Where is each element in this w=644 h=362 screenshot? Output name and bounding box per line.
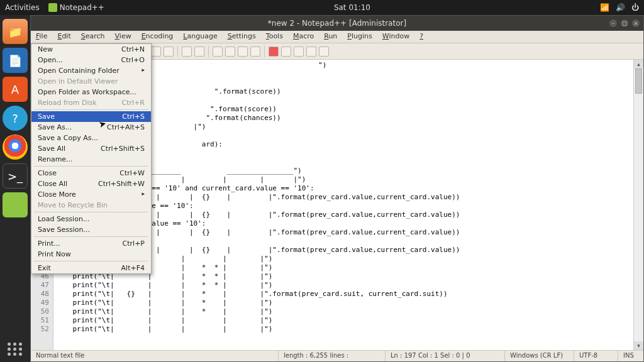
menu-item-save-session[interactable]: Save Session... — [31, 224, 151, 235]
menu-edit[interactable]: Edit — [52, 31, 75, 43]
status-eol[interactable]: Windows (CR LF) — [505, 351, 574, 361]
menu-item-open[interactable]: Open...Ctrl+O — [31, 55, 151, 65]
active-app-indicator[interactable]: Notepad++ — [48, 3, 104, 12]
menu-window[interactable]: Window — [377, 31, 414, 43]
menu-item-close-more[interactable]: Close More▸ — [31, 189, 151, 200]
menu-item-rename[interactable]: Rename... — [31, 154, 151, 165]
submenu-arrow-icon: ▸ — [142, 67, 145, 75]
tb-play[interactable] — [281, 47, 291, 57]
menu-item-open-folder-as-workspace[interactable]: Open Folder as Workspace... — [31, 87, 151, 97]
scroll-down-icon[interactable]: ▾ — [634, 341, 643, 350]
status-insert-mode[interactable]: INS — [618, 351, 643, 361]
file-menu-dropdown: NewCtrl+NOpen...Ctrl+OOpen Containing Fo… — [31, 43, 152, 274]
menu-item-label: Save Session... — [38, 226, 90, 234]
dock-document[interactable]: 📄 — [3, 48, 28, 73]
tb-replace[interactable] — [164, 47, 174, 57]
menu-run[interactable]: Run — [319, 31, 342, 43]
menu-item-reload-from-disk: Reload from DiskCtrl+R — [31, 97, 151, 108]
menu-item-save-all[interactable]: Save AllCtrl+Shift+S — [31, 143, 151, 154]
dock-software[interactable]: A — [3, 77, 28, 102]
menu-item-label: New — [38, 45, 53, 53]
scroll-up-icon[interactable]: ▴ — [634, 60, 643, 69]
window-title: *new 2 - Notepad++ [Administrator] — [268, 19, 406, 28]
menu-item-label: Save — [38, 112, 55, 121]
menu-item-label: Close — [38, 169, 57, 177]
menu-help[interactable]: ? — [414, 31, 428, 43]
menu-item-accel: Alt+F4 — [121, 264, 145, 272]
tb-fold[interactable] — [250, 47, 260, 57]
clock[interactable]: Sat 01:10 — [104, 3, 600, 12]
dock-help[interactable]: ? — [3, 106, 28, 131]
window-close[interactable]: × — [632, 19, 640, 27]
tb-savemacro[interactable] — [319, 47, 329, 57]
menu-item-save-as[interactable]: Save As...Ctrl+Alt+S — [31, 122, 151, 133]
menu-item-label: Exit — [38, 264, 51, 272]
menu-view[interactable]: View — [110, 31, 136, 43]
tb-playmulti[interactable] — [306, 47, 316, 57]
scroll-thumb[interactable] — [635, 69, 642, 94]
menu-item-accel: Ctrl+Alt+S — [107, 123, 145, 131]
menu-plugins[interactable]: Plugins — [342, 31, 377, 43]
activities-button[interactable]: Activities — [5, 3, 40, 12]
menu-item-close-all[interactable]: Close AllCtrl+Shift+W — [31, 178, 151, 189]
status-position: Ln : 197 Col : 1 Sel : 0 | 0 — [386, 351, 505, 361]
tb-find[interactable] — [151, 47, 161, 57]
menu-item-exit[interactable]: ExitAlt+F4 — [31, 263, 151, 273]
tb-wrap[interactable] — [213, 47, 223, 57]
tb-sep — [208, 46, 209, 57]
menu-item-accel: Ctrl+R — [122, 99, 145, 107]
menu-item-label: Print Now — [38, 250, 71, 258]
menu-search[interactable]: Search — [76, 31, 110, 43]
power-icon[interactable]: ⏻ — [631, 3, 639, 12]
dock-notepadpp[interactable] — [3, 192, 28, 217]
menu-item-load-session[interactable]: Load Session... — [31, 214, 151, 224]
status-filetype: Normal text file — [31, 351, 279, 361]
network-icon[interactable]: 📶 — [600, 3, 609, 12]
menu-item-save-a-copy-as[interactable]: Save a Copy As... — [31, 133, 151, 143]
vertical-scrollbar[interactable]: ▴ ▾ — [633, 60, 643, 350]
tb-zoomin[interactable] — [182, 47, 192, 57]
tb-indent[interactable] — [238, 47, 248, 57]
dock: 📁 📄 A ? >_ — [0, 15, 30, 362]
menu-item-label: Open... — [38, 56, 63, 64]
status-length: length : 6,255 lines : — [279, 351, 386, 361]
submenu-arrow-icon: ▸ — [142, 190, 145, 199]
menu-item-label: Move to Recycle Bin — [38, 201, 108, 209]
menu-item-accel: Ctrl+Shift+S — [101, 145, 145, 153]
menu-item-open-in-default-viewer: Open in Default Viewer — [31, 76, 151, 87]
menu-settings[interactable]: Settings — [223, 31, 261, 43]
menu-item-print[interactable]: Print...Ctrl+P — [31, 238, 151, 249]
menu-item-accel: Ctrl+N — [121, 45, 145, 53]
menu-macro[interactable]: Macro — [288, 31, 319, 43]
menu-item-label: Open Containing Folder — [38, 67, 119, 75]
menu-separator — [34, 261, 148, 261]
tb-zoomout[interactable] — [194, 47, 204, 57]
menu-item-open-containing-folder[interactable]: Open Containing Folder▸ — [31, 65, 151, 76]
menu-item-save[interactable]: SaveCtrl+S — [31, 111, 151, 122]
volume-icon[interactable]: 🔊 — [616, 3, 625, 12]
gnome-top-bar: Activities Notepad++ Sat 01:10 📶 🔊 ⏻ — [0, 0, 644, 15]
menu-item-label: Open in Default Viewer — [38, 77, 118, 85]
window-titlebar[interactable]: *new 2 - Notepad++ [Administrator] – ▢ × — [31, 16, 643, 31]
dock-apps-grid[interactable] — [8, 343, 23, 356]
window-maximize[interactable]: ▢ — [621, 19, 628, 27]
tb-sep — [264, 46, 265, 57]
status-bar: Normal text file length : 6,255 lines : … — [31, 350, 643, 361]
menu-encoding[interactable]: Encoding — [136, 31, 179, 43]
menu-item-label: Save a Copy As... — [38, 134, 98, 142]
tb-allchars[interactable] — [225, 47, 235, 57]
menu-language[interactable]: Language — [178, 31, 222, 43]
menu-item-print-now[interactable]: Print Now — [31, 249, 151, 260]
menu-item-new[interactable]: NewCtrl+N — [31, 44, 151, 55]
dock-terminal[interactable]: >_ — [3, 163, 28, 189]
menu-file[interactable]: File — [31, 31, 52, 43]
status-encoding[interactable]: UTF-8 — [574, 351, 618, 361]
window-minimize[interactable]: – — [609, 19, 617, 27]
tb-rec[interactable] — [269, 47, 279, 57]
menu-item-label: Save As... — [38, 123, 72, 131]
tb-stop[interactable] — [294, 47, 304, 57]
menu-tools[interactable]: Tools — [261, 31, 288, 43]
dock-chrome[interactable] — [3, 134, 28, 160]
dock-files[interactable]: 📁 — [3, 19, 28, 44]
menu-item-close[interactable]: CloseCtrl+W — [31, 168, 151, 178]
